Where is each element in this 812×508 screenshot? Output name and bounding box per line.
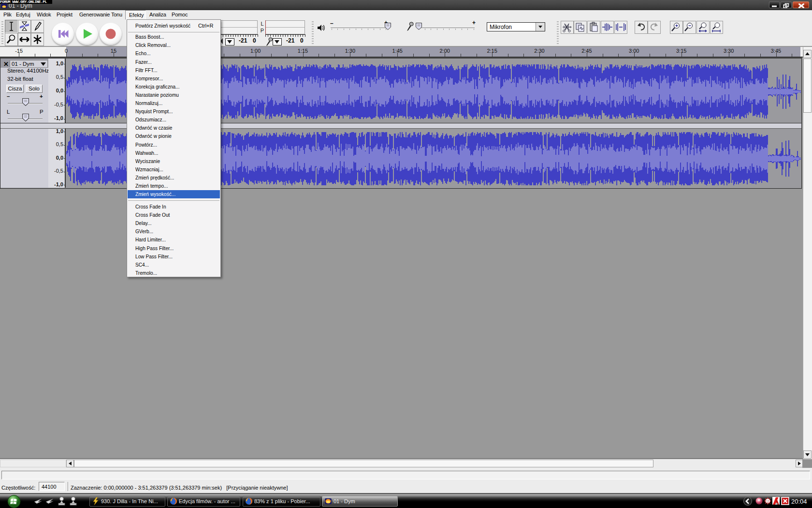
svg-text:20:04: 20:04 [791, 498, 807, 505]
